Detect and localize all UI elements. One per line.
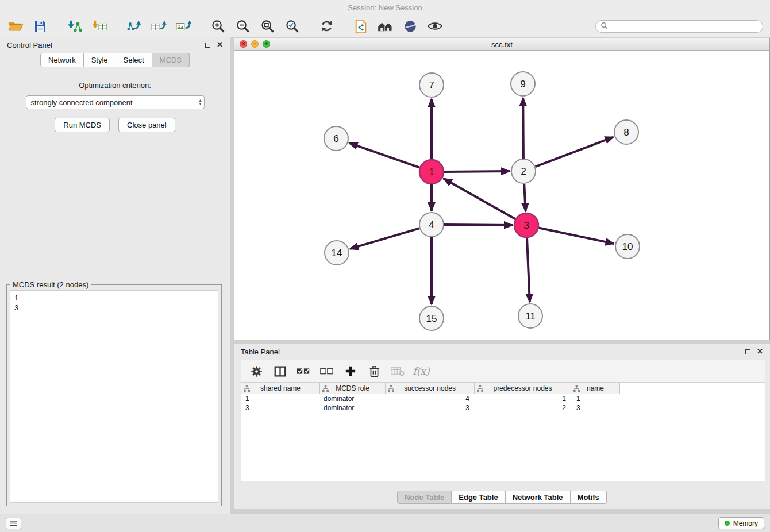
zoom-out-icon[interactable]	[234, 18, 251, 35]
task-history-button[interactable]	[6, 518, 21, 529]
graph-edge-3-1[interactable]	[444, 179, 515, 219]
cell-predecessor-nodes[interactable]: 1	[475, 394, 571, 403]
import-network-icon[interactable]	[66, 18, 83, 35]
document-network-icon[interactable]	[352, 18, 369, 35]
graph-edge-1-2[interactable]	[444, 171, 510, 172]
export-table-icon[interactable]	[150, 18, 167, 35]
eye-icon[interactable]	[426, 18, 444, 35]
graph-edge-3-11[interactable]	[527, 238, 530, 302]
cell-shared-name[interactable]: 1	[241, 394, 320, 403]
palette-sphere-icon[interactable]	[402, 18, 419, 35]
mcds-result-list[interactable]: 1 3	[10, 290, 218, 503]
zoom-selected-icon[interactable]	[283, 18, 301, 35]
mcds-result-fieldset: MCDS result (2 nodes) 1 3	[6, 284, 222, 506]
graph-node-7[interactable]: 7	[419, 73, 444, 97]
export-network-icon[interactable]	[125, 18, 143, 35]
cell-mcds-role[interactable]: dominator	[320, 403, 386, 413]
graph-node-15[interactable]: 15	[419, 306, 444, 330]
graph-edge-4-14[interactable]	[350, 228, 419, 249]
graph-node-6[interactable]: 6	[324, 126, 348, 151]
table-tabs: Node Table Edge Table Network Table Moti…	[234, 491, 770, 504]
column-header-successor-nodes[interactable]: successor nodes	[386, 383, 475, 394]
close-table-panel-icon[interactable]: ✕	[757, 349, 763, 354]
table-panel-header: Table Panel ✕	[234, 344, 770, 360]
trash-icon[interactable]	[367, 364, 381, 379]
criterion-dropdown[interactable]: strongly connected component ▴▾	[26, 95, 205, 109]
export-image-icon[interactable]	[175, 18, 192, 35]
tab-node-table[interactable]: Node Table	[397, 491, 452, 504]
tab-motifs[interactable]: Motifs	[571, 491, 607, 504]
table-panel: Table Panel ✕ f(x)	[234, 344, 770, 509]
window-close-icon[interactable]: ✕	[240, 40, 247, 48]
save-icon[interactable]	[32, 18, 49, 35]
select-all-icon[interactable]	[297, 364, 310, 379]
network-view-window: ✕ − + scc.txt 7968124314101511	[234, 38, 770, 340]
network-canvas[interactable]: 7968124314101511	[234, 51, 769, 340]
header-filler	[620, 383, 765, 394]
svg-text:2: 2	[521, 166, 526, 177]
float-panel-icon[interactable]	[205, 43, 210, 48]
column-header-mcds-role[interactable]: MCDS role	[320, 383, 386, 394]
zoom-fit-icon[interactable]	[259, 18, 276, 35]
svg-text:14: 14	[332, 248, 342, 259]
graph-edge-2-9[interactable]	[523, 98, 523, 159]
tab-edge-table[interactable]: Edge Table	[452, 491, 505, 504]
graph-node-4[interactable]: 4	[419, 213, 444, 237]
graph-node-10[interactable]: 10	[615, 234, 640, 259]
table-toolbar: f(x)	[241, 360, 765, 383]
column-tree-icon	[322, 385, 329, 392]
column-header-predecessor-nodes[interactable]: predecessor nodes	[475, 383, 571, 394]
tab-network-table[interactable]: Network Table	[506, 491, 571, 504]
graph-node-11[interactable]: 11	[518, 304, 542, 328]
tab-network[interactable]: Network	[40, 53, 84, 67]
close-panel-icon[interactable]: ✕	[217, 42, 223, 48]
cell-name[interactable]: 1	[571, 394, 620, 403]
table-row[interactable]: 1 dominator 4 1 1	[241, 394, 765, 403]
zoom-in-icon[interactable]	[209, 18, 226, 35]
float-table-panel-icon[interactable]	[745, 349, 750, 354]
graph-edge-4-3[interactable]	[444, 225, 513, 225]
graph-node-9[interactable]: 9	[511, 72, 535, 96]
column-tree-icon	[244, 385, 250, 392]
cell-name[interactable]: 3	[571, 403, 620, 413]
svg-text:11: 11	[525, 311, 536, 322]
search-field[interactable]	[595, 20, 763, 33]
refresh-icon[interactable]	[318, 18, 335, 35]
table-row[interactable]: 3 dominator 3 2 3	[241, 403, 765, 413]
graph-node-3[interactable]: 3	[514, 213, 538, 237]
add-icon[interactable]	[344, 364, 357, 379]
graph-edge-1-6[interactable]	[349, 143, 420, 168]
run-mcds-button[interactable]: Run MCDS	[55, 118, 110, 132]
gear-icon[interactable]	[249, 364, 263, 379]
window-maximize-icon[interactable]: +	[263, 40, 270, 48]
graph-node-8[interactable]: 8	[614, 120, 638, 144]
svg-text:15: 15	[426, 313, 437, 324]
memory-button[interactable]: Memory	[718, 517, 764, 529]
cell-shared-name[interactable]: 3	[241, 403, 320, 413]
cell-successor-nodes[interactable]: 3	[386, 403, 475, 413]
tab-mcds[interactable]: MCDS	[152, 53, 190, 67]
tab-style[interactable]: Style	[84, 53, 116, 67]
graph-edge-2-8[interactable]	[536, 137, 614, 167]
graph-node-2[interactable]: 2	[511, 159, 536, 183]
cell-predecessor-nodes[interactable]: 2	[475, 403, 571, 413]
graph-node-1[interactable]: 1	[419, 160, 444, 184]
open-folder-icon[interactable]	[7, 18, 24, 35]
window-minimize-icon[interactable]: −	[251, 40, 259, 48]
cell-successor-nodes[interactable]: 4	[386, 394, 475, 403]
cell-mcds-role[interactable]: dominator	[320, 394, 386, 403]
close-panel-button[interactable]: Close panel	[118, 118, 175, 132]
network-graph[interactable]: 7968124314101511	[234, 51, 769, 340]
tab-select[interactable]: Select	[116, 53, 152, 67]
column-header-name[interactable]: name	[571, 383, 620, 394]
graph-edge-2-3[interactable]	[524, 184, 526, 211]
deselect-all-icon[interactable]	[320, 364, 334, 379]
column-header-shared-name[interactable]: shared name	[241, 383, 320, 394]
columns-icon[interactable]	[273, 364, 287, 379]
graph-edge-3-10[interactable]	[539, 228, 614, 244]
import-table-icon[interactable]	[91, 18, 108, 35]
app-title: Session: New Session	[348, 3, 422, 12]
search-input[interactable]	[611, 22, 758, 30]
graph-node-14[interactable]: 14	[325, 241, 349, 265]
houses-icon[interactable]	[377, 18, 394, 35]
